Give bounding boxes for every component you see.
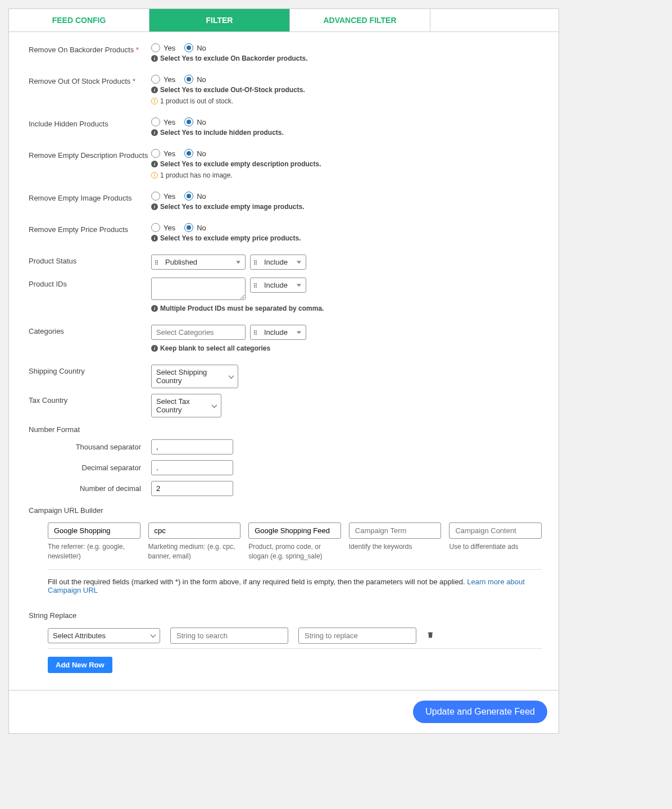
empty-price-yes-radio[interactable] (151, 223, 160, 232)
oos-hint: Select Yes to exclude Out-Of-Stock produ… (160, 86, 305, 94)
info-icon: i (151, 55, 158, 62)
empty-img-label: Remove Empty Image Products (29, 192, 151, 202)
radio-yes-label: Yes (164, 44, 175, 52)
tax-select[interactable]: Select Tax Country (151, 394, 221, 417)
thousand-label: Thousand separator (29, 443, 151, 451)
ids-label: Product IDs (29, 278, 151, 288)
categories-mode-select[interactable]: Include (250, 325, 306, 340)
oos-warn: 1 product is out of stock. (160, 97, 233, 105)
radio-no-label: No (197, 44, 206, 52)
numfmt-label: Number Format (29, 423, 151, 434)
oos-no-radio[interactable] (184, 75, 193, 84)
status-label: Product Status (29, 254, 151, 265)
tab-feed-config[interactable]: FEED CONFIG (9, 9, 149, 31)
empty-price-hint: Select Yes to exclude empty price produc… (160, 234, 301, 242)
shipping-label: Shipping Country (29, 365, 151, 375)
oos-label: Remove Out Of Stock Products (29, 77, 130, 85)
info-icon: i (151, 345, 158, 352)
decimal-input[interactable] (151, 460, 233, 475)
ids-mode-select[interactable]: Include (250, 278, 306, 293)
categories-select[interactable]: Select Categories (151, 325, 246, 340)
campaign-term-desc: Identify the keywords (349, 542, 442, 552)
ids-hint: Multiple Product IDs must be separated b… (160, 304, 324, 312)
campaign-content-input[interactable] (449, 522, 542, 539)
add-new-row-button[interactable]: Add New Row (48, 657, 112, 673)
hidden-label: Include Hidden Products (29, 117, 151, 128)
empty-desc-yes-radio[interactable] (151, 149, 160, 158)
categories-label: Categories (29, 325, 151, 335)
sr-search-input[interactable] (170, 628, 288, 644)
decimal-label: Decimal separator (29, 463, 151, 472)
info-icon: i (151, 305, 158, 312)
campaign-name-input[interactable] (248, 522, 341, 539)
ids-input[interactable] (151, 278, 246, 300)
info-icon: i (151, 87, 158, 93)
tab-advanced-filter[interactable]: ADVANCED FILTER (290, 9, 430, 31)
info-icon: i (151, 161, 158, 167)
backorder-yes-radio[interactable] (151, 43, 160, 52)
tax-label: Tax Country (29, 394, 151, 404)
empty-desc-warn: 1 product has no image. (160, 171, 233, 179)
backorder-label: Remove On Backorder Products (29, 46, 134, 54)
info-icon: i (151, 235, 158, 242)
tab-filter[interactable]: FILTER (149, 9, 290, 31)
status-mode-select[interactable]: Include (250, 254, 306, 270)
sr-replace-input[interactable] (298, 628, 416, 644)
empty-desc-label: Remove Empty Description Products (29, 149, 151, 160)
campaign-term-input[interactable] (349, 522, 442, 539)
backorder-no-radio[interactable] (184, 43, 193, 52)
tabs: FEED CONFIG FILTER ADVANCED FILTER (9, 9, 559, 32)
campaign-source-desc: The referrer: (e.g. google, newsletter) (48, 542, 140, 561)
empty-img-no-radio[interactable] (184, 192, 193, 201)
empty-price-no-radio[interactable] (184, 223, 193, 232)
empty-desc-no-radio[interactable] (184, 149, 193, 158)
empty-img-yes-radio[interactable] (151, 192, 160, 201)
hidden-hint: Select Yes to include hidden products. (160, 129, 284, 137)
trash-icon[interactable] (426, 631, 434, 640)
numdec-label: Number of decimal (29, 484, 151, 493)
oos-yes-radio[interactable] (151, 75, 160, 84)
categories-hint: Keep blank to select all categories (160, 344, 270, 352)
campaign-note: Fill out the required fields (marked wit… (48, 578, 467, 586)
info-icon: i (151, 203, 158, 210)
status-select[interactable]: Published (151, 254, 246, 270)
campaign-source-input[interactable] (48, 522, 140, 539)
empty-desc-hint: Select Yes to exclude empty description … (160, 160, 321, 168)
campaign-medium-input[interactable] (148, 522, 241, 539)
campaign-medium-desc: Marketing medium: (e.g. cpc, banner, ema… (148, 542, 241, 561)
numdec-input[interactable] (151, 481, 233, 496)
info-icon: i (151, 129, 158, 136)
warning-icon: ! (151, 172, 158, 179)
thousand-input[interactable] (151, 439, 233, 455)
hidden-no-radio[interactable] (184, 117, 193, 126)
campaign-name-desc: Product, promo code, or slogan (e.g. spr… (248, 542, 341, 561)
warning-icon: ! (151, 98, 158, 104)
hidden-yes-radio[interactable] (151, 117, 160, 126)
shipping-select[interactable]: Select Shipping Country (151, 365, 238, 388)
empty-img-hint: Select Yes to exclude empty image produc… (160, 203, 305, 211)
string-replace-label: String Replace (29, 611, 542, 620)
backorder-hint: Select Yes to exclude On Backorder produ… (160, 54, 308, 62)
sr-attr-select[interactable]: Select Attributes (48, 628, 160, 643)
update-generate-button[interactable]: Update and Generate Feed (413, 701, 547, 723)
empty-price-label: Remove Empty Price Products (29, 223, 151, 234)
campaign-label: Campaign URL Builder (29, 506, 542, 515)
campaign-content-desc: Use to differentiate ads (449, 542, 542, 552)
